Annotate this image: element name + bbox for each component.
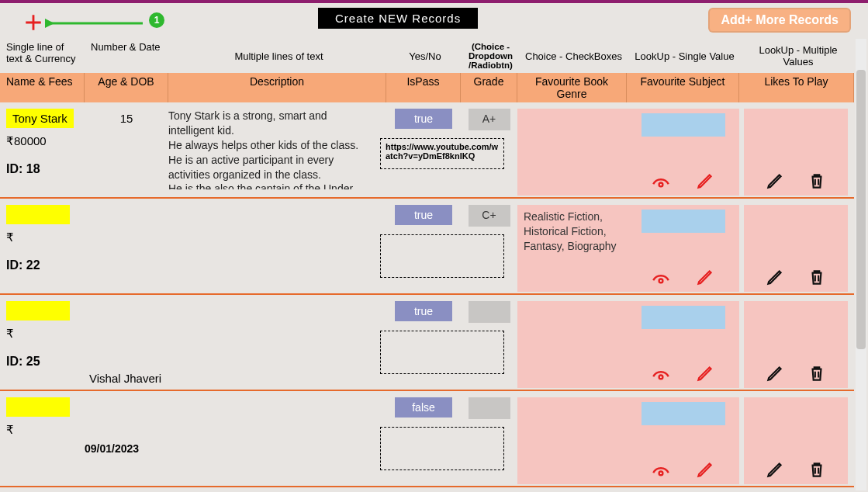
hdr-likes[interactable]: Likes To Play (739, 73, 854, 102)
grade-badge[interactable]: C+ (469, 205, 510, 227)
likes-to-play-cell (744, 301, 848, 388)
type-hdr-lookup-single: LookUp - Single Value (627, 39, 739, 73)
annotation-badge-1: 1 (149, 12, 164, 28)
record-id: ID: 22 (6, 258, 85, 272)
grade-badge[interactable]: A+ (469, 109, 510, 130)
add-record-plus[interactable] (23, 12, 43, 33)
annotation-arrow (45, 16, 146, 33)
description-value[interactable] (168, 205, 376, 275)
vertical-scrollbar[interactable] (856, 39, 866, 490)
record-row: Tony Stark₹80000ID: 1815Tony Stark is a … (0, 102, 854, 199)
likes-lookup-chip[interactable] (754, 306, 838, 329)
likes-to-play-cell (744, 109, 848, 196)
favourite-subject-cell (627, 301, 739, 388)
edit-icon[interactable] (695, 459, 715, 480)
description-value[interactable] (168, 397, 376, 467)
hdr-age-dob[interactable]: Age & DOB (85, 73, 168, 102)
ispass-badge[interactable]: true (395, 109, 452, 129)
type-hdr-yesno: Yes/No (386, 39, 461, 73)
likes-lookup-chip[interactable] (754, 210, 838, 233)
edit-icon[interactable] (765, 363, 785, 383)
hyperlink-value[interactable] (380, 331, 504, 374)
view-icon[interactable] (651, 267, 671, 287)
ispass-badge[interactable]: false (395, 397, 452, 418)
fees-value: ₹ (6, 327, 85, 341)
hyperlink-value[interactable]: https://www.youtube.com/watch?v=yDmEf8kn… (380, 138, 504, 169)
edit-icon[interactable] (695, 363, 715, 383)
modified-by-value: Vishal Jhaveri (89, 372, 161, 385)
records-scroll[interactable]: Tony Stark₹80000ID: 1815Tony Stark is a … (0, 102, 868, 492)
ispass-badge[interactable]: true (395, 205, 452, 225)
edit-icon[interactable] (765, 171, 785, 191)
hdr-genre[interactable]: Favourite Book Genre (517, 73, 627, 102)
edit-icon[interactable] (765, 267, 785, 287)
genre-value[interactable] (517, 397, 627, 484)
view-icon[interactable] (651, 171, 671, 191)
hyperlink-value[interactable] (380, 234, 504, 278)
app-root: 1 Create NEW Records Add+ More Records S… (0, 3, 868, 492)
subject-lookup-chip[interactable] (641, 210, 725, 233)
view-icon[interactable] (651, 363, 671, 383)
hdr-name-fees[interactable]: Name & Fees (0, 73, 85, 102)
add-more-records-button[interactable]: Add+ More Records (708, 8, 851, 33)
subject-lookup-chip[interactable] (641, 113, 725, 137)
genre-value[interactable] (517, 301, 627, 388)
edit-icon[interactable] (695, 171, 715, 191)
subject-lookup-chip[interactable] (641, 306, 725, 329)
type-hdr-choice-dropdown: (Choice - Dropdown /Radiobtn) (461, 39, 517, 73)
hdr-ispass[interactable]: IsPass (386, 73, 461, 102)
record-row: ₹09/01/2023false (0, 391, 854, 487)
record-row: ₹ID: 22trueC+Realistic Fiction, Historic… (0, 199, 854, 295)
grade-badge[interactable] (469, 301, 510, 323)
type-hdr-multiline: Multiple lines of text (168, 39, 386, 73)
record-id: ID: 18 (6, 162, 85, 176)
fees-value: ₹80000 (6, 134, 85, 148)
ispass-badge[interactable]: true (395, 301, 452, 321)
fees-value: ₹ (6, 230, 85, 244)
create-new-records-button[interactable]: Create NEW Records (318, 8, 478, 29)
record-id: ID: 25 (6, 355, 85, 369)
name-value[interactable] (6, 205, 70, 224)
type-hdr-number: Number & Date (85, 39, 168, 73)
favourite-subject-cell (627, 205, 739, 292)
toolbar: 1 Create NEW Records Add+ More Records (0, 3, 868, 39)
hdr-grade[interactable]: Grade (461, 73, 517, 102)
genre-value[interactable]: Realistic Fiction, Historical Fiction, F… (517, 205, 627, 292)
description-value[interactable]: Tony Stark is a strong, smart and intell… (168, 109, 376, 189)
delete-icon[interactable] (807, 363, 827, 383)
dob-value: 09/01/2023 (85, 397, 168, 455)
name-value[interactable]: Tony Stark (6, 109, 74, 128)
view-icon[interactable] (651, 459, 671, 480)
column-name-headers: Name & Fees Age & DOB Description IsPass… (0, 73, 854, 102)
name-value[interactable] (6, 397, 70, 417)
likes-lookup-chip[interactable] (754, 402, 838, 425)
name-value[interactable] (6, 301, 70, 320)
likes-to-play-cell (744, 205, 848, 292)
type-hdr-name: Single line of text & Currency (0, 39, 85, 73)
genre-value[interactable] (517, 109, 627, 196)
delete-icon[interactable] (807, 267, 827, 287)
favourite-subject-cell (627, 109, 739, 196)
hyperlink-value[interactable] (380, 427, 504, 470)
likes-lookup-chip[interactable] (754, 113, 838, 137)
delete-icon[interactable] (807, 459, 827, 480)
edit-icon[interactable] (695, 267, 715, 287)
type-hdr-lookup-multi: LookUp - Multiple Values (739, 39, 854, 73)
subject-lookup-chip[interactable] (641, 402, 725, 425)
fees-value: ₹ (6, 423, 85, 437)
column-type-headers: Single line of text & Currency Number & … (0, 39, 854, 73)
hdr-subject[interactable]: Favourite Subject (627, 73, 739, 102)
likes-to-play-cell (744, 397, 848, 484)
record-row: ₹ID: 25trueVishal Jhaveri (0, 295, 854, 391)
delete-icon[interactable] (807, 171, 827, 191)
type-hdr-choice-checkbox: Choice - CheckBoxes (517, 39, 627, 73)
edit-icon[interactable] (765, 459, 785, 480)
hdr-description[interactable]: Description (168, 73, 386, 102)
grade-badge[interactable] (469, 397, 510, 419)
description-value[interactable] (168, 301, 376, 371)
age-value: 15 (85, 109, 168, 125)
favourite-subject-cell (627, 397, 739, 484)
